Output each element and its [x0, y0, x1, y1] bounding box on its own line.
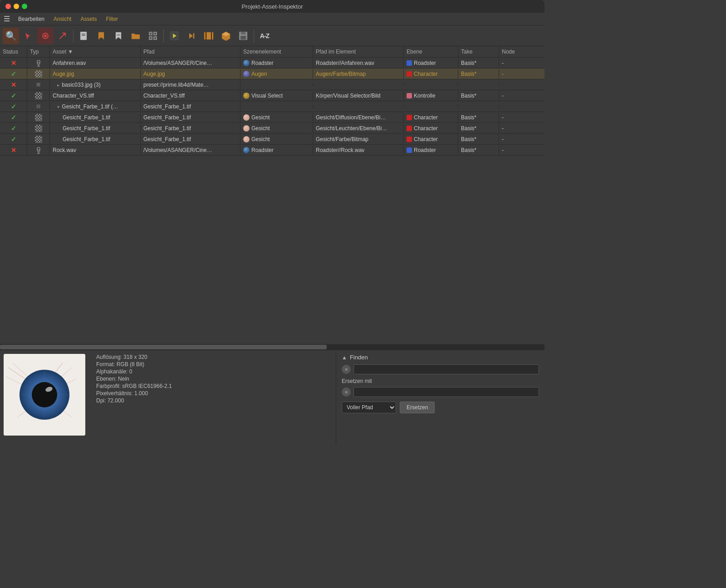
th-ebene[interactable]: Ebene	[404, 46, 458, 57]
node-cell: -	[499, 135, 522, 144]
table-row[interactable]: ✓ Gesicht_Farbe_1.tif Gesicht_Farbe_1.ti…	[0, 134, 544, 145]
table-row[interactable]: ✓ Gesicht_Farbe_1.tif Gesicht_Farbe_1.ti…	[0, 112, 544, 123]
tool-play[interactable]	[166, 28, 182, 44]
replace-clear-button[interactable]: ✕	[342, 387, 351, 397]
titlebar: Projekt-Asset-Inspektor	[0, 0, 544, 13]
take-cell	[458, 105, 499, 108]
pfad-elem-cell: Augen/Farbe/Bitmap	[313, 69, 404, 78]
th-typ[interactable]: Typ	[27, 46, 50, 57]
svg-rect-24	[241, 32, 245, 34]
audio-icon	[35, 147, 42, 154]
scene-dot	[243, 71, 250, 77]
pfad-cell: Gesicht_Farbe_1.tif	[141, 124, 240, 133]
type-cell	[27, 58, 50, 68]
menu-bearbeiten[interactable]: Bearbeiten	[15, 15, 48, 24]
find-search-input[interactable]	[353, 364, 539, 374]
status-cell: ✕	[0, 145, 27, 155]
th-status[interactable]: Status	[0, 46, 27, 57]
tool-lasso[interactable]	[37, 28, 54, 44]
asset-cell: ▾ Gesicht_Farbe_1.tif (…	[50, 102, 141, 111]
status-cell: ✓	[0, 102, 27, 112]
toolbar: 🔍	[0, 25, 544, 46]
take-cell: Basis*	[458, 146, 499, 155]
info-dpi: Dpi: 72.000	[96, 397, 330, 404]
tool-arrow[interactable]	[54, 28, 71, 44]
scrollbar-thumb[interactable]	[0, 345, 327, 349]
tool-box[interactable]	[218, 28, 234, 44]
minimize-button[interactable]	[14, 4, 19, 9]
replace-button[interactable]: Ersetzen	[400, 402, 435, 413]
take-cell: Basis*	[458, 59, 499, 68]
toolbar-separator-2	[163, 29, 164, 42]
menu-assets[interactable]: Assets	[77, 15, 100, 24]
th-asset[interactable]: Asset ▼	[50, 46, 141, 57]
info-format: Format: RGB (8 Bit)	[96, 361, 330, 368]
table-row[interactable]: ✓ ⊟ ▾ Gesicht_Farbe_1.tif (… Gesicht_Far…	[0, 101, 544, 112]
tool-new[interactable]	[76, 28, 92, 44]
tool-strip[interactable]	[201, 28, 217, 44]
table-row[interactable]: ✓ Auge.jpg Auge.jpg Augen Augen/Farbe/Bi…	[0, 69, 544, 79]
tool-collect[interactable]	[145, 28, 161, 44]
table-row[interactable]: ✕ Rock.wav /Volumes/ASANGER/Cine… Roadst…	[0, 145, 544, 156]
pfad-elem-cell: Roadster//Anfahren.wav	[313, 59, 404, 68]
node-cell: -	[499, 59, 522, 68]
pfad-cell: preset://prime.lib4d/Mate…	[141, 80, 240, 89]
pfad-elem-cell: Gesicht/Leuchten/Ebene/Bi…	[313, 124, 404, 133]
scene-cell: Roadster	[240, 59, 313, 68]
find-clear-button[interactable]: ✕	[342, 365, 351, 374]
node-cell: -	[499, 91, 522, 100]
asset-cell: Gesicht_Farbe_1.tif	[50, 113, 141, 122]
svg-point-29	[37, 147, 40, 150]
pfad-elem-cell: Gesicht/Farbe/Bitmap	[313, 135, 404, 144]
menu-filter[interactable]: Filter	[102, 15, 122, 24]
find-title: Finden	[350, 354, 368, 361]
svg-rect-9	[150, 33, 152, 34]
take-cell: Basis*	[458, 91, 499, 100]
find-toggle-icon[interactable]: ▲	[342, 354, 347, 361]
status-cell: ✓	[0, 113, 27, 122]
scene-cell	[240, 83, 313, 86]
horizontal-scrollbar[interactable]	[0, 344, 544, 349]
ebene-color	[407, 126, 412, 131]
ebene-color	[407, 71, 412, 77]
table-row[interactable]: ✓ Character_VS.tiff Character_VS.tiff Vi…	[0, 90, 544, 101]
close-button[interactable]	[5, 4, 11, 9]
info-pixelverh: Pixelverhältnis: 1.000	[96, 390, 330, 397]
table-row[interactable]: ✕ ⊞ ▸ basic033.jpg (3) preset://prime.li…	[0, 79, 544, 90]
svg-point-26	[37, 60, 40, 63]
th-szenenelement[interactable]: Szenenelement	[240, 46, 313, 57]
th-node[interactable]: Node	[499, 46, 522, 57]
tool-search[interactable]: 🔍	[3, 28, 19, 44]
node-cell: -	[499, 113, 522, 122]
table-row[interactable]: ✕ Anfahren.wav /Volumes/ASANGER/Cine… Ro…	[0, 58, 544, 69]
tool-link[interactable]	[110, 28, 127, 44]
take-cell: Basis*	[458, 113, 499, 122]
tool-sort[interactable]: A-Z	[256, 28, 273, 44]
pfad-elem-cell: Körper/Visual Selector/Bild	[313, 91, 404, 100]
table-row[interactable]: ✓ Gesicht_Farbe_1.tif Gesicht_Farbe_1.ti…	[0, 123, 544, 134]
tool-folder[interactable]	[128, 28, 144, 44]
menu-hamburger-icon[interactable]: ☰	[4, 15, 10, 23]
pfad-cell: Gesicht_Farbe_1.tif	[141, 113, 240, 122]
find-mode-select[interactable]: Voller Pfad	[342, 402, 396, 413]
th-take[interactable]: Take	[458, 46, 499, 57]
info-alpha: Alphakanäle: 0	[96, 368, 330, 375]
tool-playback[interactable]	[183, 28, 200, 44]
replace-input[interactable]	[353, 387, 539, 397]
asset-preview	[4, 354, 85, 436]
svg-point-1	[44, 34, 47, 37]
th-pfad[interactable]: Pfad	[141, 46, 240, 57]
audio-icon	[35, 59, 42, 67]
tool-select[interactable]	[20, 28, 36, 44]
ebene-color	[407, 137, 412, 142]
menu-ansicht[interactable]: Ansicht	[50, 15, 75, 24]
ebene-cell: Character	[404, 69, 458, 78]
th-pfad-elem[interactable]: Pfad im Element	[313, 46, 404, 57]
tool-save[interactable]	[235, 28, 251, 44]
maximize-button[interactable]	[22, 4, 27, 9]
tool-bookmark[interactable]	[93, 28, 109, 44]
node-cell	[499, 105, 522, 108]
type-cell	[27, 134, 50, 144]
svg-marker-15	[189, 33, 193, 39]
content-area: Status Typ Asset ▼ Pfad Szenenelement Pf…	[0, 46, 544, 349]
